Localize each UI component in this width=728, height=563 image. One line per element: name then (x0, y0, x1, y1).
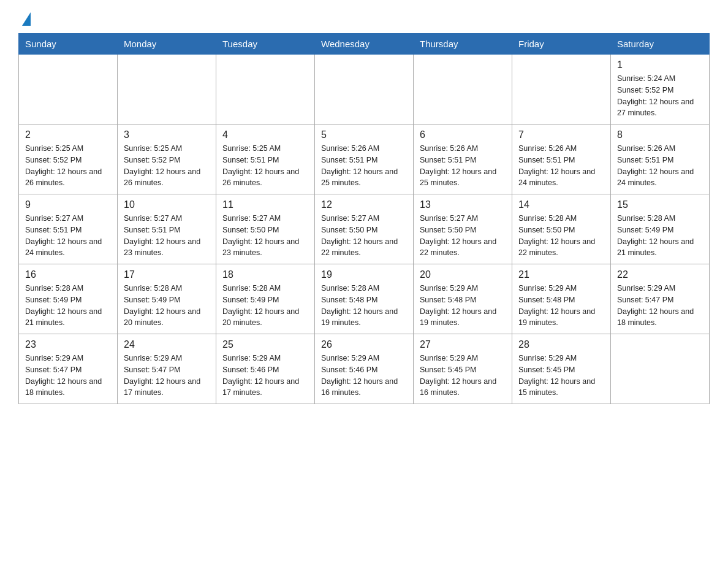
day-number: 20 (420, 269, 506, 280)
calendar-day-cell: 4Sunrise: 5:25 AM Sunset: 5:51 PM Daylig… (216, 124, 315, 194)
day-number: 6 (420, 129, 506, 140)
calendar-day-cell: 6Sunrise: 5:26 AM Sunset: 5:51 PM Daylig… (414, 124, 512, 194)
day-info: Sunrise: 5:27 AM Sunset: 5:51 PM Dayligh… (124, 213, 210, 259)
calendar-week-row: 9Sunrise: 5:27 AM Sunset: 5:51 PM Daylig… (19, 194, 710, 264)
day-number: 9 (25, 199, 111, 210)
calendar-day-cell: 16Sunrise: 5:28 AM Sunset: 5:49 PM Dayli… (19, 264, 118, 334)
calendar-day-cell: 1Sunrise: 5:24 AM Sunset: 5:52 PM Daylig… (611, 55, 710, 124)
calendar-day-cell: 26Sunrise: 5:29 AM Sunset: 5:46 PM Dayli… (315, 334, 414, 404)
header (18, 12, 710, 27)
calendar-week-row: 2Sunrise: 5:25 AM Sunset: 5:52 PM Daylig… (19, 124, 710, 194)
calendar-day-cell: 24Sunrise: 5:29 AM Sunset: 5:47 PM Dayli… (118, 334, 216, 404)
day-number: 18 (222, 269, 308, 280)
day-info: Sunrise: 5:28 AM Sunset: 5:50 PM Dayligh… (518, 213, 604, 259)
calendar-day-cell (216, 55, 315, 124)
day-number: 8 (617, 129, 703, 140)
day-of-week-header: Sunday (19, 34, 118, 55)
calendar-day-cell: 8Sunrise: 5:26 AM Sunset: 5:51 PM Daylig… (611, 124, 710, 194)
calendar-day-cell: 10Sunrise: 5:27 AM Sunset: 5:51 PM Dayli… (118, 194, 216, 264)
day-info: Sunrise: 5:28 AM Sunset: 5:49 PM Dayligh… (25, 283, 111, 329)
day-number: 4 (222, 129, 308, 140)
calendar-day-cell: 2Sunrise: 5:25 AM Sunset: 5:52 PM Daylig… (19, 124, 118, 194)
calendar-day-cell: 17Sunrise: 5:28 AM Sunset: 5:49 PM Dayli… (118, 264, 216, 334)
day-number: 15 (617, 199, 703, 210)
logo-triangle-icon (22, 12, 31, 26)
day-of-week-header: Tuesday (216, 34, 315, 55)
day-info: Sunrise: 5:27 AM Sunset: 5:50 PM Dayligh… (222, 213, 308, 259)
day-info: Sunrise: 5:25 AM Sunset: 5:52 PM Dayligh… (25, 143, 111, 189)
day-number: 25 (222, 339, 308, 350)
calendar-day-cell: 9Sunrise: 5:27 AM Sunset: 5:51 PM Daylig… (19, 194, 118, 264)
day-number: 10 (124, 199, 210, 210)
calendar-day-cell: 13Sunrise: 5:27 AM Sunset: 5:50 PM Dayli… (414, 194, 512, 264)
calendar-day-cell: 20Sunrise: 5:29 AM Sunset: 5:48 PM Dayli… (414, 264, 512, 334)
calendar-day-cell: 14Sunrise: 5:28 AM Sunset: 5:50 PM Dayli… (512, 194, 611, 264)
calendar-day-cell: 3Sunrise: 5:25 AM Sunset: 5:52 PM Daylig… (118, 124, 216, 194)
day-of-week-header: Saturday (611, 34, 710, 55)
day-info: Sunrise: 5:29 AM Sunset: 5:48 PM Dayligh… (420, 283, 506, 329)
calendar-day-cell (414, 55, 512, 124)
day-info: Sunrise: 5:29 AM Sunset: 5:47 PM Dayligh… (617, 283, 703, 329)
day-number: 23 (25, 339, 111, 350)
day-info: Sunrise: 5:25 AM Sunset: 5:51 PM Dayligh… (222, 143, 308, 189)
day-info: Sunrise: 5:29 AM Sunset: 5:46 PM Dayligh… (222, 353, 308, 399)
day-number: 27 (420, 339, 506, 350)
day-info: Sunrise: 5:28 AM Sunset: 5:49 PM Dayligh… (124, 283, 210, 329)
day-info: Sunrise: 5:25 AM Sunset: 5:52 PM Dayligh… (124, 143, 210, 189)
calendar-day-cell: 21Sunrise: 5:29 AM Sunset: 5:48 PM Dayli… (512, 264, 611, 334)
calendar-week-row: 1Sunrise: 5:24 AM Sunset: 5:52 PM Daylig… (19, 55, 710, 124)
calendar-day-cell (512, 55, 611, 124)
day-info: Sunrise: 5:24 AM Sunset: 5:52 PM Dayligh… (617, 73, 703, 119)
day-info: Sunrise: 5:29 AM Sunset: 5:45 PM Dayligh… (518, 353, 604, 399)
calendar-day-cell: 7Sunrise: 5:26 AM Sunset: 5:51 PM Daylig… (512, 124, 611, 194)
calendar-day-cell: 15Sunrise: 5:28 AM Sunset: 5:49 PM Dayli… (611, 194, 710, 264)
day-number: 26 (321, 339, 407, 350)
day-of-week-header: Friday (512, 34, 611, 55)
calendar-day-cell: 11Sunrise: 5:27 AM Sunset: 5:50 PM Dayli… (216, 194, 315, 264)
day-info: Sunrise: 5:28 AM Sunset: 5:48 PM Dayligh… (321, 283, 407, 329)
day-info: Sunrise: 5:29 AM Sunset: 5:45 PM Dayligh… (420, 353, 506, 399)
day-number: 13 (420, 199, 506, 210)
calendar-day-cell (611, 334, 710, 404)
calendar-day-cell: 28Sunrise: 5:29 AM Sunset: 5:45 PM Dayli… (512, 334, 611, 404)
day-number: 17 (124, 269, 210, 280)
day-number: 24 (124, 339, 210, 350)
day-info: Sunrise: 5:27 AM Sunset: 5:50 PM Dayligh… (321, 213, 407, 259)
calendar-day-cell (118, 55, 216, 124)
day-info: Sunrise: 5:26 AM Sunset: 5:51 PM Dayligh… (321, 143, 407, 189)
day-number: 16 (25, 269, 111, 280)
day-number: 19 (321, 269, 407, 280)
day-number: 11 (222, 199, 308, 210)
day-number: 2 (25, 129, 111, 140)
day-info: Sunrise: 5:26 AM Sunset: 5:51 PM Dayligh… (617, 143, 703, 189)
day-info: Sunrise: 5:29 AM Sunset: 5:46 PM Dayligh… (321, 353, 407, 399)
day-number: 14 (518, 199, 604, 210)
day-info: Sunrise: 5:27 AM Sunset: 5:51 PM Dayligh… (25, 213, 111, 259)
calendar-day-cell: 22Sunrise: 5:29 AM Sunset: 5:47 PM Dayli… (611, 264, 710, 334)
day-number: 7 (518, 129, 604, 140)
calendar-day-cell (315, 55, 414, 124)
logo (18, 12, 31, 27)
calendar-table: SundayMondayTuesdayWednesdayThursdayFrid… (18, 33, 710, 404)
day-info: Sunrise: 5:29 AM Sunset: 5:47 PM Dayligh… (124, 353, 210, 399)
calendar-day-cell (19, 55, 118, 124)
day-info: Sunrise: 5:28 AM Sunset: 5:49 PM Dayligh… (617, 213, 703, 259)
day-info: Sunrise: 5:27 AM Sunset: 5:50 PM Dayligh… (420, 213, 506, 259)
day-info: Sunrise: 5:28 AM Sunset: 5:49 PM Dayligh… (222, 283, 308, 329)
day-number: 21 (518, 269, 604, 280)
day-of-week-header: Wednesday (315, 34, 414, 55)
day-info: Sunrise: 5:26 AM Sunset: 5:51 PM Dayligh… (420, 143, 506, 189)
calendar-day-cell: 19Sunrise: 5:28 AM Sunset: 5:48 PM Dayli… (315, 264, 414, 334)
day-of-week-header: Thursday (414, 34, 512, 55)
calendar-day-cell: 18Sunrise: 5:28 AM Sunset: 5:49 PM Dayli… (216, 264, 315, 334)
day-number: 28 (518, 339, 604, 350)
day-number: 3 (124, 129, 210, 140)
calendar-week-row: 16Sunrise: 5:28 AM Sunset: 5:49 PM Dayli… (19, 264, 710, 334)
day-number: 1 (617, 59, 703, 71)
day-number: 22 (617, 269, 703, 280)
calendar-week-row: 23Sunrise: 5:29 AM Sunset: 5:47 PM Dayli… (19, 334, 710, 404)
day-info: Sunrise: 5:29 AM Sunset: 5:47 PM Dayligh… (25, 353, 111, 399)
days-header-row: SundayMondayTuesdayWednesdayThursdayFrid… (19, 34, 710, 55)
calendar-day-cell: 5Sunrise: 5:26 AM Sunset: 5:51 PM Daylig… (315, 124, 414, 194)
day-number: 5 (321, 129, 407, 140)
